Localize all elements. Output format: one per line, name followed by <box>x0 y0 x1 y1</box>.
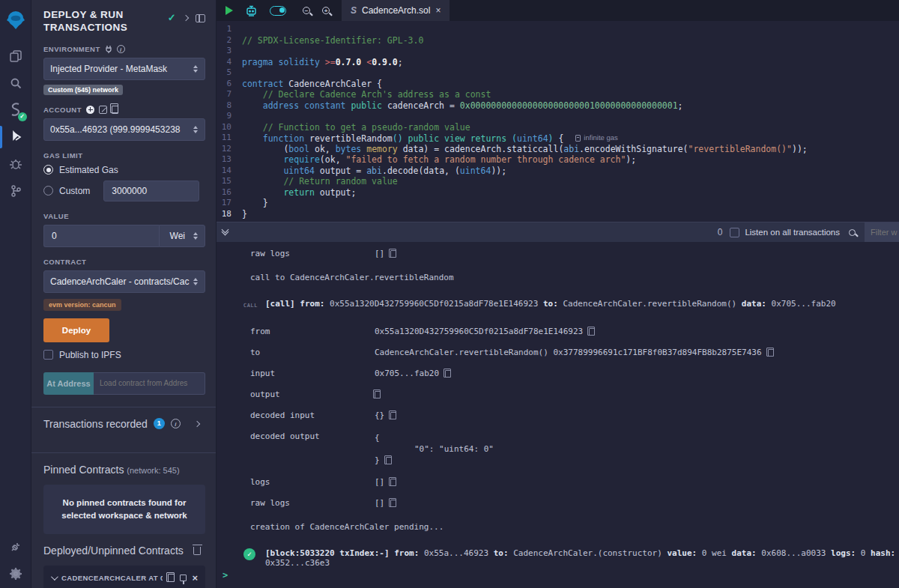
code-line: 16 return output; <box>217 187 899 198</box>
code-text: (bool ok, bytes memory data) = cadenceAr… <box>242 144 808 155</box>
account-select[interactable]: 0x55a...46923 (999.9999453238 <box>43 118 205 141</box>
zoom-in-icon[interactable]: + <box>316 0 336 21</box>
code-line: 10 // Function to get a pseudo-random va… <box>217 122 899 133</box>
search-icon[interactable] <box>0 70 31 96</box>
copy-icon[interactable] <box>390 250 396 258</box>
plug-icon[interactable] <box>105 45 112 53</box>
git-icon[interactable] <box>0 178 31 204</box>
terminal-value: CadenceArchCaler.revertibleRandom() 0x37… <box>375 348 774 357</box>
pin-contract-icon[interactable] <box>180 575 187 581</box>
at-address-button[interactable]: At Address <box>43 372 94 395</box>
settings-gear-icon[interactable] <box>0 561 31 587</box>
code-line: 8 address constant public cadenceArch = … <box>217 100 899 112</box>
line-number: 2 <box>217 35 242 46</box>
code-line: 14 uint64 output = abi.decode(data, (uin… <box>217 166 899 177</box>
terminal-value: {} <box>375 411 396 420</box>
add-account-icon[interactable] <box>86 106 94 114</box>
tab-cadencearch[interactable]: S CadenceArch.sol × <box>342 0 450 21</box>
listen-row[interactable]: Listen on all transactions <box>730 228 840 237</box>
line-number: 8 <box>217 100 242 112</box>
copy-icon[interactable] <box>768 349 774 357</box>
code-text: // SPDX-License-Identifier: GPL-3.0 <box>242 35 423 46</box>
chevron-right-icon[interactable] <box>194 421 200 427</box>
terminal-value: 0x705...fab20 <box>375 369 451 378</box>
deploy-button[interactable]: Deploy <box>43 318 109 342</box>
summary-text: [call] from: 0x55a1320D432759960C5Df0215… <box>265 299 836 309</box>
plugin-manager-icon[interactable] <box>0 534 31 560</box>
transactions-info-icon[interactable]: i <box>171 419 181 428</box>
zoom-out-icon[interactable]: − <box>297 0 316 21</box>
value-unit-select[interactable]: Wei <box>159 225 205 247</box>
copy-icon[interactable] <box>390 412 396 419</box>
listen-checkbox[interactable] <box>730 228 739 237</box>
copy-account-icon[interactable] <box>112 106 118 114</box>
environment-select[interactable]: Injected Provider - MetaMask <box>43 58 205 80</box>
custom-gas-radio[interactable]: Custom 3000000 <box>43 181 205 201</box>
gas-limit-label: GAS LIMIT <box>43 151 205 160</box>
terminal-kv-row: toCadenceArchCaler.revertibleRandom() 0x… <box>250 348 899 357</box>
custom-gas-input[interactable]: 3000000 <box>103 181 199 201</box>
run-script-icon[interactable] <box>217 0 239 21</box>
code-line: 4pragma solidity >=0.7.0 <0.9.0; <box>217 57 899 68</box>
terminal-key: raw logs <box>250 499 375 508</box>
chevron-right-icon[interactable] <box>183 15 189 21</box>
transactions-recorded-label: Transactions recorded <box>43 418 148 430</box>
sign-message-icon[interactable] <box>99 106 107 114</box>
code-line: 12 (bool ok, bytes memory data) = cadenc… <box>217 144 899 155</box>
terminal: 0 Listen on all transactions raw logs[]c… <box>217 222 899 588</box>
transactions-recorded-row[interactable]: Transactions recorded 1 i <box>43 407 205 440</box>
terminal-summary-row[interactable]: CALL[call] from: 0x55a1320D432759960C5Df… <box>243 299 899 311</box>
terminal-prompt[interactable]: > <box>223 570 228 581</box>
terminal-summary-row[interactable]: ✓[block:5033220 txIndex:-] from: 0x55a..… <box>243 548 899 568</box>
copy-icon[interactable] <box>375 391 381 398</box>
code-line: 7 // Declare Cadence Arch's address as a… <box>217 89 899 100</box>
copy-icon[interactable] <box>390 479 396 486</box>
copy-icon[interactable] <box>589 328 595 336</box>
terminal-text-row: creation of CadenceArchCaler pending... <box>250 523 899 532</box>
pin-panel-icon[interactable] <box>196 14 205 22</box>
ai-copilot-icon[interactable] <box>239 0 264 21</box>
infinite-gas-annotation: infinite gas <box>575 133 617 144</box>
deployed-contract-title[interactable]: CADENCEARCHCALER AT 0) <box>61 574 163 582</box>
copy-icon[interactable] <box>386 457 392 464</box>
publish-ipfs-row[interactable]: Publish to IPFS <box>43 350 205 360</box>
code-line: 11 function revertibleRandom() public vi… <box>217 133 899 144</box>
remove-contract-icon[interactable]: × <box>192 573 198 583</box>
terminal-filter-input[interactable] <box>865 222 899 242</box>
copy-address-icon[interactable] <box>168 574 175 582</box>
panel-check-icon: ✓ <box>168 12 176 24</box>
value-input[interactable]: 0 <box>43 225 159 247</box>
code-text: address constant public cadenceArch = 0x… <box>242 100 683 112</box>
collapse-terminal-icon[interactable] <box>223 230 228 234</box>
terminal-search-icon[interactable] <box>849 229 856 236</box>
copilot-toggle[interactable] <box>264 0 292 21</box>
listen-label: Listen on all transactions <box>745 228 840 237</box>
environment-info-icon[interactable]: i <box>117 45 125 53</box>
terminal-output[interactable]: raw logs[]call to CadenceArchCaler.rever… <box>217 242 899 588</box>
code-editor[interactable]: 12// SPDX-License-Identifier: GPL-3.034p… <box>217 21 899 222</box>
line-number: 9 <box>217 111 242 122</box>
debugger-icon[interactable] <box>0 151 31 177</box>
copy-icon[interactable] <box>390 500 396 507</box>
terminal-key: decoded output <box>250 432 375 466</box>
environment-label: ENVIRONMENT i <box>43 45 205 53</box>
chevron-down-icon[interactable] <box>51 573 58 581</box>
clear-deployed-icon[interactable] <box>193 547 201 555</box>
at-address-input[interactable] <box>94 372 205 395</box>
pinned-empty-message: No pinned contracts found for selected w… <box>43 485 205 535</box>
terminal-key: from <box>250 327 375 336</box>
chevron-updown-icon <box>193 278 199 285</box>
close-tab-icon[interactable]: × <box>435 5 441 16</box>
terminal-value <box>375 390 381 399</box>
file-explorer-icon[interactable] <box>0 43 31 69</box>
code-line: 13 require(ok, "failed to fetch a random… <box>217 154 899 166</box>
estimated-gas-radio[interactable]: Estimated Gas <box>43 165 205 175</box>
solidity-compiler-icon[interactable]: ✓ <box>0 97 31 123</box>
line-number: 11 <box>217 133 242 144</box>
publish-ipfs-checkbox[interactable] <box>43 350 53 360</box>
contract-select[interactable]: CadenceArchCaler - contracts/Cac <box>43 270 205 293</box>
copy-icon[interactable] <box>445 370 451 378</box>
deploy-run-icon[interactable] <box>0 124 31 150</box>
pinned-contracts-title: Pinned Contracts (network: 545) <box>43 464 180 476</box>
deployed-contracts-title: Deployed/Unpinned Contracts <box>43 545 184 557</box>
